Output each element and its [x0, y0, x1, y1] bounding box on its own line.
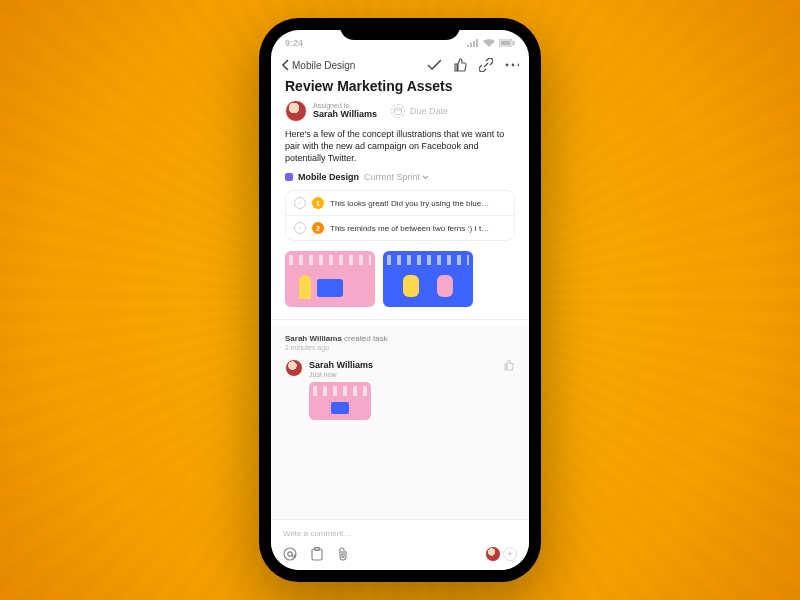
attachment-thumbnail[interactable] [383, 251, 473, 307]
phone-frame: 9:24 Mobile Design Review Marketing Asse… [259, 18, 541, 582]
nav-bar: Mobile Design [271, 56, 529, 76]
back-button[interactable]: Mobile Design [281, 59, 355, 71]
comment-like-button[interactable] [503, 359, 515, 371]
subtask-badge: 1 [312, 197, 324, 209]
attachment-row [285, 251, 515, 307]
task-description: Here's a few of the concept illustration… [285, 128, 515, 164]
collaborators-button[interactable]: + [485, 546, 517, 562]
like-button[interactable] [453, 58, 467, 72]
attachment-button[interactable] [337, 547, 349, 561]
subtask-text: This looks great! Did you try using the … [330, 199, 506, 208]
comment-composer: Write a comment… + [271, 519, 529, 570]
comment-attachment[interactable] [309, 382, 371, 420]
back-label: Mobile Design [292, 60, 355, 71]
task-meta: Assigned to Sarah Williams Due Date [285, 100, 515, 122]
comment-input[interactable]: Write a comment… [283, 525, 517, 546]
due-date-field[interactable]: Due Date [391, 104, 448, 118]
chevron-left-icon [281, 59, 289, 71]
complete-button[interactable] [427, 58, 441, 72]
comment-author: Sarah Williams [309, 360, 373, 370]
subtask-item[interactable]: 2 This reminds me of between two ferns :… [286, 216, 514, 240]
add-collaborator-icon: + [503, 547, 517, 561]
svg-point-3 [506, 64, 509, 67]
svg-point-8 [288, 552, 292, 556]
svg-rect-6 [394, 108, 401, 115]
collaborator-avatar [485, 546, 501, 562]
link-button[interactable] [479, 58, 493, 72]
clipboard-button[interactable] [311, 547, 323, 561]
svg-point-4 [512, 64, 515, 67]
svg-point-7 [284, 548, 296, 560]
activity-section: Sarah Williams created task 2 minutes ag… [271, 326, 529, 519]
wifi-icon [483, 39, 495, 47]
svg-rect-1 [501, 41, 511, 46]
status-indicators [467, 39, 515, 47]
mention-button[interactable] [283, 547, 297, 561]
divider [271, 319, 529, 320]
chevron-down-icon [422, 175, 429, 180]
activity-entry: Sarah Williams created task [285, 334, 515, 343]
battery-icon [499, 39, 515, 47]
comment-avatar [285, 359, 303, 377]
project-name: Mobile Design [298, 172, 359, 182]
task-title: Review Marketing Assets [285, 78, 515, 94]
status-time: 9:24 [285, 38, 303, 48]
app-screen: 9:24 Mobile Design Review Marketing Asse… [271, 30, 529, 570]
subtask-text: This reminds me of between two ferns :) … [330, 224, 506, 233]
activity-time: 2 minutes ago [285, 344, 515, 351]
sprint-selector[interactable]: Current Sprint [364, 172, 429, 182]
assignee-avatar [285, 100, 307, 122]
assignee-field[interactable]: Assigned to Sarah Williams [285, 100, 377, 122]
svg-point-5 [518, 64, 519, 67]
subtask-item[interactable]: 1 This looks great! Did you try using th… [286, 191, 514, 216]
project-row[interactable]: Mobile Design Current Sprint [285, 172, 515, 182]
calendar-icon [391, 104, 405, 118]
signal-icon [467, 39, 479, 47]
phone-notch [340, 18, 460, 40]
svg-rect-2 [513, 41, 515, 45]
project-color-icon [285, 173, 293, 181]
checkbox-icon[interactable] [294, 197, 306, 209]
more-button[interactable] [505, 58, 519, 72]
due-label: Due Date [410, 106, 448, 116]
checkbox-icon[interactable] [294, 222, 306, 234]
comment-entry: Sarah Williams Just now [285, 359, 515, 420]
attachment-thumbnail[interactable] [285, 251, 375, 307]
subtask-list: 1 This looks great! Did you try using th… [285, 190, 515, 241]
comment-time: Just now [309, 371, 515, 378]
subtask-badge: 2 [312, 222, 324, 234]
assignee-name: Sarah Williams [313, 110, 377, 120]
